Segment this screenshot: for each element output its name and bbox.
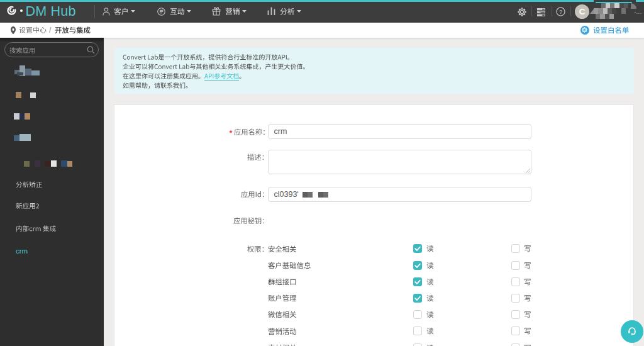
svg-text:?: ? — [559, 9, 562, 15]
